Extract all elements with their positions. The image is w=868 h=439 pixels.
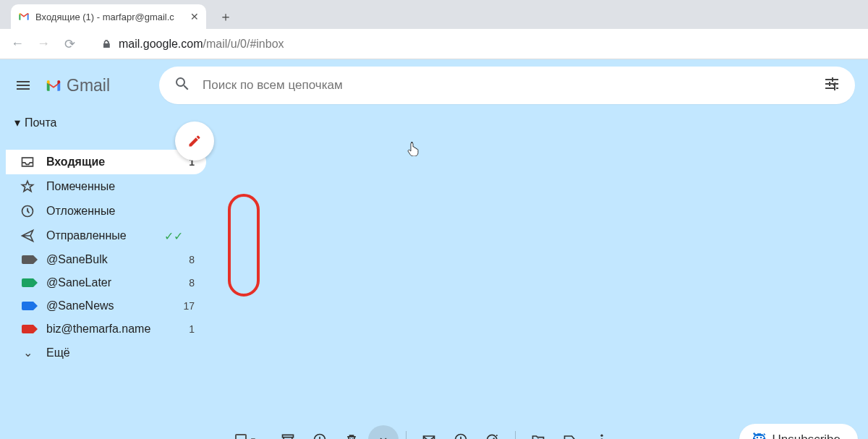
section-label: Почта (25, 116, 56, 129)
url-path: /mail/u/0/#inbox (203, 38, 284, 50)
sidebar-more[interactable]: ⌄ Ещё (6, 341, 206, 365)
sidebar-item-1[interactable]: Помеченные (6, 174, 206, 199)
svg-line-18 (331, 152, 340, 159)
search-bar[interactable] (159, 67, 855, 104)
sidebar-item-3[interactable]: Отправленные✓✓ (6, 223, 206, 248)
browser-tabstrip: Входящие (1) - marfapr@gmail.c ✕ ＋ (0, 0, 868, 29)
search-icon (174, 75, 191, 96)
gmail-logo[interactable]: Gmail (46, 76, 110, 95)
sidebar-item-count: 8 (189, 277, 195, 289)
product-name: Gmail (67, 76, 110, 95)
star-icon (20, 179, 35, 194)
svg-rect-7 (829, 82, 830, 86)
snooze-button[interactable] (446, 425, 476, 439)
app-header: Gmail (0, 59, 868, 111)
download-button[interactable] (368, 425, 399, 439)
address-bar-row: ← → ⟳ 🔒︎ mail.google.com/mail/u/0/#inbox (0, 29, 868, 59)
svg-rect-3 (831, 83, 838, 85)
tag-icon: .x7::after{border-left:6px solid #d93025… (20, 325, 35, 333)
tab-title: Входящие (1) - marfapr@gmail.c (35, 12, 184, 22)
sidebar-item-label: @SaneNews (46, 299, 171, 312)
tag-icon: .x4::after{border-left:6px solid #595959… (20, 255, 35, 264)
address-bar[interactable]: 🔒︎ mail.google.com/mail/u/0/#inbox (87, 38, 284, 51)
main-panel: ▼ 🥷︎ Unsubscribe ☆ Andrei, . Andrei 4 @S… (221, 417, 868, 439)
sidebar-item-label: biz@themarfa.name (46, 323, 177, 336)
back-icon[interactable]: ← (9, 36, 26, 51)
sidebar-item-5[interactable]: .x5::after{border-left:6px solid #1ba261… (6, 271, 206, 294)
sidebar-item-label: @SaneLater (46, 276, 177, 289)
send-icon (20, 229, 35, 243)
action-toolbar: ▼ 🥷︎ Unsubscribe (221, 419, 868, 439)
search-options-icon[interactable] (823, 75, 841, 96)
tag-icon: .x5::after{border-left:6px solid #1ba261… (20, 278, 35, 287)
unsubscribe-icon: 🥷︎ (752, 432, 765, 440)
svg-rect-8 (834, 86, 835, 90)
annotation-arrow (326, 145, 340, 159)
caret-down-icon: ▾ (14, 116, 20, 129)
compose-button[interactable] (175, 122, 214, 161)
svg-rect-6 (832, 77, 833, 82)
svg-rect-4 (825, 88, 834, 89)
sidebar-item-7[interactable]: .x7::after{border-left:6px solid #d93025… (6, 317, 206, 341)
new-tab-button[interactable]: ＋ (215, 6, 237, 27)
url-host: mail.google.com (119, 38, 203, 50)
sidebar-item-count: 17 (183, 300, 195, 312)
sidebar-item-0[interactable]: Входящие1 (6, 150, 206, 174)
add-task-button[interactable] (477, 425, 508, 439)
delete-button[interactable] (336, 425, 367, 439)
svg-rect-1 (834, 79, 838, 80)
labels-button[interactable] (555, 425, 585, 439)
forward-icon: → (35, 36, 52, 51)
sidebar-item-label: Отправленные (46, 229, 157, 242)
sidebar-item-2[interactable]: Отложенные (6, 199, 206, 223)
gmail-favicon (18, 11, 30, 22)
spam-button[interactable] (305, 425, 335, 439)
sidebar-item-label: Входящие (46, 155, 177, 169)
sidebar-item-label: @SaneBulk (46, 253, 177, 266)
search-input[interactable] (203, 78, 812, 93)
more-label: Ещё (46, 346, 195, 359)
sidebar-item-label: Помеченные (46, 180, 183, 193)
select-all-checkbox[interactable]: ▼ (231, 425, 261, 439)
inbox-icon (20, 155, 35, 169)
sidebar-item-4[interactable]: .x4::after{border-left:6px solid #595959… (6, 248, 206, 271)
reload-icon[interactable]: ⟳ (61, 36, 78, 52)
tag-icon: .x6::after{border-left:6px solid #1a73e8… (20, 302, 35, 310)
svg-point-14 (488, 435, 497, 439)
archive-button[interactable] (273, 425, 303, 439)
annotation-highlight (228, 194, 260, 297)
svg-rect-5 (836, 88, 838, 89)
unsubscribe-label: Unsubscribe (773, 432, 841, 439)
chevron-down-icon: ⌄ (20, 346, 35, 359)
sidebar-item-count: 1 (189, 323, 195, 335)
svg-point-15 (600, 435, 603, 437)
main-menu-button[interactable] (6, 68, 41, 103)
browser-tab[interactable]: Входящие (1) - marfapr@gmail.c ✕ (11, 4, 206, 29)
svg-rect-0 (825, 79, 832, 80)
move-to-button[interactable] (523, 425, 553, 439)
more-actions-button[interactable] (587, 425, 617, 439)
unsubscribe-button[interactable]: 🥷︎ Unsubscribe (739, 424, 859, 439)
lock-icon: 🔒︎ (101, 38, 111, 50)
cursor-icon (406, 142, 420, 161)
svg-rect-2 (825, 83, 829, 85)
sidebar-item-label: Отложенные (46, 205, 183, 218)
clock-icon (20, 204, 35, 218)
tab-close-icon[interactable]: ✕ (190, 11, 199, 22)
sidebar-item-6[interactable]: .x6::after{border-left:6px solid #1a73e8… (6, 294, 206, 317)
mark-unread-button[interactable] (414, 425, 444, 439)
sidebar-item-count: 8 (189, 254, 195, 265)
